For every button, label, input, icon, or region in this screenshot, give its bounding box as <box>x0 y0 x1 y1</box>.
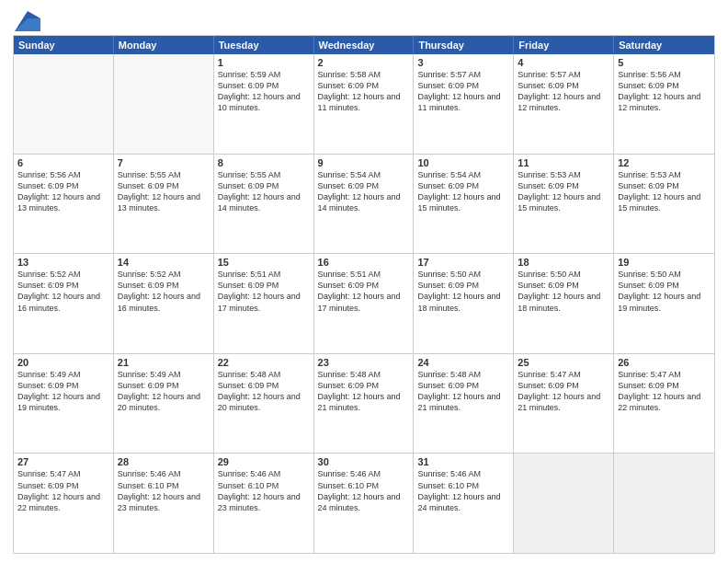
calendar-cell: 26Sunrise: 5:47 AMSunset: 6:09 PMDayligh… <box>614 354 714 454</box>
day-number: 1 <box>218 57 310 68</box>
cell-info: Sunrise: 5:46 AMSunset: 6:10 PMDaylight:… <box>417 468 509 513</box>
day-number: 9 <box>318 157 410 168</box>
calendar-cell <box>514 454 614 553</box>
cell-info: Sunrise: 5:54 AMSunset: 6:09 PMDaylight:… <box>318 169 410 214</box>
cell-info: Sunrise: 5:46 AMSunset: 6:10 PMDaylight:… <box>218 468 310 513</box>
calendar-cell: 19Sunrise: 5:50 AMSunset: 6:09 PMDayligh… <box>614 254 714 353</box>
logo-icon <box>15 11 40 31</box>
cell-info: Sunrise: 5:59 AMSunset: 6:09 PMDaylight:… <box>218 69 310 114</box>
cell-info: Sunrise: 5:55 AMSunset: 6:09 PMDaylight:… <box>218 169 310 214</box>
header-cell-saturday: Saturday <box>614 36 714 54</box>
header-cell-sunday: Sunday <box>14 36 114 54</box>
header-cell-wednesday: Wednesday <box>314 36 415 54</box>
day-number: 14 <box>118 257 210 268</box>
calendar-cell: 16Sunrise: 5:51 AMSunset: 6:09 PMDayligh… <box>314 254 415 353</box>
cell-info: Sunrise: 5:58 AMSunset: 6:09 PMDaylight:… <box>318 69 410 114</box>
day-number: 13 <box>17 257 109 268</box>
day-number: 3 <box>417 57 509 68</box>
calendar-cell: 4Sunrise: 5:57 AMSunset: 6:09 PMDaylight… <box>514 54 614 154</box>
cell-info: Sunrise: 5:54 AMSunset: 6:09 PMDaylight:… <box>417 169 509 214</box>
calendar-cell: 8Sunrise: 5:55 AMSunset: 6:09 PMDaylight… <box>214 155 314 254</box>
calendar-cell: 14Sunrise: 5:52 AMSunset: 6:09 PMDayligh… <box>114 254 214 353</box>
day-number: 17 <box>417 257 509 268</box>
logo <box>13 11 40 28</box>
calendar-cell: 27Sunrise: 5:47 AMSunset: 6:09 PMDayligh… <box>14 454 114 553</box>
calendar-row: 27Sunrise: 5:47 AMSunset: 6:09 PMDayligh… <box>14 453 714 553</box>
cell-info: Sunrise: 5:55 AMSunset: 6:09 PMDaylight:… <box>118 169 210 214</box>
day-number: 15 <box>218 257 310 268</box>
calendar-cell: 11Sunrise: 5:53 AMSunset: 6:09 PMDayligh… <box>514 155 614 254</box>
day-number: 5 <box>618 57 711 68</box>
day-number: 11 <box>518 157 609 168</box>
cell-info: Sunrise: 5:50 AMSunset: 6:09 PMDaylight:… <box>618 269 711 314</box>
cell-info: Sunrise: 5:52 AMSunset: 6:09 PMDaylight:… <box>17 269 109 314</box>
cell-info: Sunrise: 5:53 AMSunset: 6:09 PMDaylight:… <box>518 169 609 214</box>
calendar-cell: 2Sunrise: 5:58 AMSunset: 6:09 PMDaylight… <box>314 54 415 154</box>
day-number: 27 <box>17 456 109 467</box>
calendar-cell: 28Sunrise: 5:46 AMSunset: 6:10 PMDayligh… <box>114 454 214 553</box>
header-cell-monday: Monday <box>114 36 214 54</box>
cell-info: Sunrise: 5:47 AMSunset: 6:09 PMDaylight:… <box>518 369 609 414</box>
day-number: 16 <box>318 257 410 268</box>
calendar-body: 1Sunrise: 5:59 AMSunset: 6:09 PMDaylight… <box>14 54 714 553</box>
calendar-cell: 1Sunrise: 5:59 AMSunset: 6:09 PMDaylight… <box>214 54 314 154</box>
cell-info: Sunrise: 5:57 AMSunset: 6:09 PMDaylight:… <box>417 69 509 114</box>
calendar-cell: 6Sunrise: 5:56 AMSunset: 6:09 PMDaylight… <box>14 155 114 254</box>
calendar-row: 13Sunrise: 5:52 AMSunset: 6:09 PMDayligh… <box>14 253 714 353</box>
calendar-row: 20Sunrise: 5:49 AMSunset: 6:09 PMDayligh… <box>14 353 714 454</box>
cell-info: Sunrise: 5:50 AMSunset: 6:09 PMDaylight:… <box>417 269 509 314</box>
calendar-cell: 7Sunrise: 5:55 AMSunset: 6:09 PMDaylight… <box>114 155 214 254</box>
day-number: 18 <box>518 257 609 268</box>
day-number: 10 <box>417 157 509 168</box>
cell-info: Sunrise: 5:56 AMSunset: 6:09 PMDaylight:… <box>17 169 109 214</box>
header-cell-tuesday: Tuesday <box>214 36 314 54</box>
calendar-cell: 30Sunrise: 5:46 AMSunset: 6:10 PMDayligh… <box>314 454 415 553</box>
cell-info: Sunrise: 5:52 AMSunset: 6:09 PMDaylight:… <box>118 269 210 314</box>
calendar-cell <box>114 54 214 154</box>
calendar-cell: 18Sunrise: 5:50 AMSunset: 6:09 PMDayligh… <box>514 254 614 353</box>
cell-info: Sunrise: 5:48 AMSunset: 6:09 PMDaylight:… <box>417 369 509 414</box>
header-cell-friday: Friday <box>514 36 614 54</box>
calendar-cell: 9Sunrise: 5:54 AMSunset: 6:09 PMDaylight… <box>314 155 415 254</box>
day-number: 4 <box>518 57 609 68</box>
page-container: SundayMondayTuesdayWednesdayThursdayFrid… <box>0 0 728 563</box>
day-number: 22 <box>218 357 310 368</box>
cell-info: Sunrise: 5:50 AMSunset: 6:09 PMDaylight:… <box>518 269 609 314</box>
calendar-cell: 25Sunrise: 5:47 AMSunset: 6:09 PMDayligh… <box>514 354 614 454</box>
cell-info: Sunrise: 5:56 AMSunset: 6:09 PMDaylight:… <box>618 69 711 114</box>
page-header <box>13 11 715 28</box>
cell-info: Sunrise: 5:48 AMSunset: 6:09 PMDaylight:… <box>318 369 410 414</box>
calendar-cell: 20Sunrise: 5:49 AMSunset: 6:09 PMDayligh… <box>14 354 114 454</box>
day-number: 21 <box>118 357 210 368</box>
cell-info: Sunrise: 5:47 AMSunset: 6:09 PMDaylight:… <box>618 369 711 414</box>
calendar-header: SundayMondayTuesdayWednesdayThursdayFrid… <box>14 36 714 54</box>
svg-marker-1 <box>15 18 40 31</box>
cell-info: Sunrise: 5:53 AMSunset: 6:09 PMDaylight:… <box>618 169 711 214</box>
day-number: 20 <box>17 357 109 368</box>
calendar-cell: 5Sunrise: 5:56 AMSunset: 6:09 PMDaylight… <box>614 54 714 154</box>
day-number: 8 <box>218 157 310 168</box>
calendar-cell: 31Sunrise: 5:46 AMSunset: 6:10 PMDayligh… <box>414 454 514 553</box>
day-number: 26 <box>618 357 711 368</box>
day-number: 25 <box>518 357 609 368</box>
cell-info: Sunrise: 5:57 AMSunset: 6:09 PMDaylight:… <box>518 69 609 114</box>
day-number: 19 <box>618 257 711 268</box>
calendar: SundayMondayTuesdayWednesdayThursdayFrid… <box>13 35 715 554</box>
calendar-cell: 10Sunrise: 5:54 AMSunset: 6:09 PMDayligh… <box>414 155 514 254</box>
cell-info: Sunrise: 5:49 AMSunset: 6:09 PMDaylight:… <box>118 369 210 414</box>
day-number: 23 <box>318 357 410 368</box>
day-number: 7 <box>118 157 210 168</box>
day-number: 31 <box>417 456 509 467</box>
calendar-cell: 24Sunrise: 5:48 AMSunset: 6:09 PMDayligh… <box>414 354 514 454</box>
day-number: 24 <box>417 357 509 368</box>
day-number: 29 <box>218 456 310 467</box>
calendar-cell: 21Sunrise: 5:49 AMSunset: 6:09 PMDayligh… <box>114 354 214 454</box>
calendar-row: 1Sunrise: 5:59 AMSunset: 6:09 PMDaylight… <box>14 54 714 154</box>
calendar-row: 6Sunrise: 5:56 AMSunset: 6:09 PMDaylight… <box>14 154 714 254</box>
calendar-cell: 13Sunrise: 5:52 AMSunset: 6:09 PMDayligh… <box>14 254 114 353</box>
day-number: 28 <box>118 456 210 467</box>
cell-info: Sunrise: 5:46 AMSunset: 6:10 PMDaylight:… <box>318 468 410 513</box>
logo-text <box>13 11 40 31</box>
calendar-cell: 15Sunrise: 5:51 AMSunset: 6:09 PMDayligh… <box>214 254 314 353</box>
calendar-cell: 29Sunrise: 5:46 AMSunset: 6:10 PMDayligh… <box>214 454 314 553</box>
